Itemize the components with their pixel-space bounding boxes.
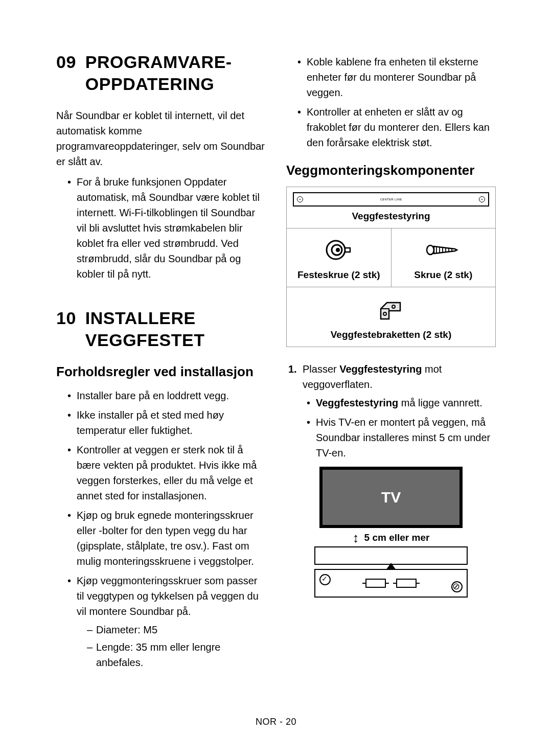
tv-icon: TV <box>319 467 463 528</box>
svg-point-2 <box>336 248 340 252</box>
component-cell-screw: Skrue (2 stk) <box>392 228 496 287</box>
precautions-heading: Forholdsregler ved installasjon <box>56 364 266 380</box>
section-09-intro: Når Soundbar er koblet til internett, vi… <box>56 108 266 169</box>
sub-list-item: Diameter: M5 <box>87 622 266 637</box>
section-09-bullets: For å bruke funksjonen Oppdater automati… <box>56 174 266 282</box>
list-item: Kjøp og bruk egnede monteringsskruer ell… <box>67 508 266 569</box>
step-sub-bullets: Veggfestestyring må ligge vannrett. Hvis… <box>303 395 496 461</box>
screw-icon <box>425 236 461 264</box>
left-column: 09 PROGRAMVARE-OPPDATERING Når Soundbar … <box>56 51 266 682</box>
slot-icon <box>365 579 386 588</box>
section-title-text: INSTALLERE VEGGFESTET <box>85 307 266 351</box>
page-content: 09 PROGRAMVARE-OPPDATERING Når Soundbar … <box>0 0 552 713</box>
sub-list: Diameter: M5 Lengde: 35 mm eller lengre … <box>77 622 266 670</box>
check-icon <box>319 574 331 585</box>
step-number: 1. <box>288 361 297 377</box>
component-row-screws: Festeskrue (2 stk) Skrue (2 stk) <box>287 228 495 287</box>
list-item: Kontroller at enheten er slått av og fra… <box>297 104 496 150</box>
pointer-arrow-icon <box>386 563 396 570</box>
component-row-bracket: Veggfestebraketten (2 stk) <box>287 287 495 347</box>
section-number: 10 <box>56 307 76 351</box>
forbid-icon <box>451 581 463 592</box>
gap-indicator: ↕ 5 cm eller mer <box>314 531 468 544</box>
list-item: Hvis TV-en er montert på veggen, må Soun… <box>307 415 496 461</box>
components-table: CENTER LINE Veggfestestyring F <box>286 187 496 347</box>
holder-screw-icon <box>325 236 353 264</box>
tv-label: TV <box>381 489 401 506</box>
list-item: Kontroller at veggen er sterk nok til å … <box>67 442 266 503</box>
component-cell-holder-screw: Festeskrue (2 stk) <box>287 228 392 287</box>
list-item: Ikke installer på et sted med høy temper… <box>67 407 266 438</box>
section-number: 09 <box>56 51 76 95</box>
step-item: 1. Plasser Veggfestestyring mot veggover… <box>288 361 496 461</box>
component-row-guide: CENTER LINE Veggfestestyring <box>287 192 495 228</box>
component-label: Skrue (2 stk) <box>414 269 472 281</box>
list-item: Koble kablene fra enheten til eksterne e… <box>297 54 496 100</box>
section-10-heading: 10 INSTALLERE VEGGFESTET <box>56 307 266 351</box>
list-item: For å bruke funksjonen Oppdater automati… <box>67 174 266 282</box>
right-column: Koble kablene fra enheten til eksterne e… <box>286 51 496 682</box>
step-text: Plasser Veggfestestyring mot veggoverfla… <box>303 363 442 390</box>
slot-icon <box>396 579 417 588</box>
wall-mount-guide-icon: CENTER LINE <box>293 192 489 207</box>
component-label: Festeskrue (2 stk) <box>297 269 380 281</box>
hole-icon <box>479 196 485 202</box>
list-item-text: Kjøp veggmonteringsskruer som passer til… <box>77 575 259 617</box>
component-label: Veggfestebraketten (2 stk) <box>331 329 452 340</box>
tv-mounting-diagram: TV ↕ 5 cm eller mer <box>314 467 468 598</box>
center-line-icon: CENTER LINE <box>380 198 402 201</box>
wall-guide-strip-icon <box>314 569 468 598</box>
list-item: Veggfestestyring må ligge vannrett. <box>307 395 496 410</box>
sub-list-item: Lengde: 35 mm eller lengre anbefales. <box>87 639 266 670</box>
section-title-text: PROGRAMVARE-OPPDATERING <box>85 51 266 95</box>
page-footer: NOR - 20 <box>0 717 552 727</box>
component-label: Veggfestestyring <box>287 207 495 228</box>
steps-list: 1. Plasser Veggfestestyring mot veggover… <box>286 361 496 461</box>
right-bullets: Koble kablene fra enheten til eksterne e… <box>286 54 496 150</box>
updown-arrow-icon: ↕ <box>353 531 359 544</box>
svg-point-3 <box>427 245 434 255</box>
list-item: Installer bare på en loddrett vegg. <box>67 388 266 403</box>
section-09-heading: 09 PROGRAMVARE-OPPDATERING <box>56 51 266 95</box>
precautions-list: Installer bare på en loddrett vegg. Ikke… <box>56 388 266 670</box>
gap-label: 5 cm eller mer <box>364 532 430 543</box>
soundbar-icon <box>314 546 468 565</box>
hole-icon <box>297 196 303 202</box>
list-item: Kjøp veggmonteringsskruer som passer til… <box>67 573 266 670</box>
bracket-icon <box>375 294 407 323</box>
components-heading: Veggmonteringskomponenter <box>286 163 496 178</box>
